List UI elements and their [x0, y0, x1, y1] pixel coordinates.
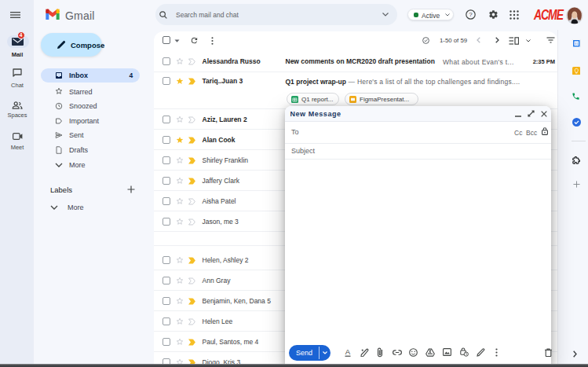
svg-text:?: ?	[469, 11, 473, 18]
svg-text:A: A	[345, 348, 350, 356]
svg-text:31: 31	[575, 42, 579, 46]
